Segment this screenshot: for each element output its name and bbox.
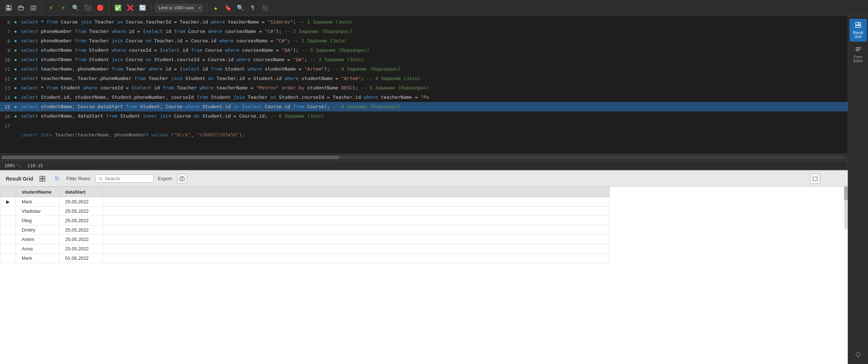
execute-icon[interactable]: ⚡ (46, 3, 56, 13)
form-editor-tab-label: Form Editor (853, 55, 863, 63)
code-lines: 6 ● select * from Course join Teacher on… (0, 16, 848, 141)
table-row: Artem 25.05.2022 (0, 235, 610, 244)
cell-dataStart: 25.05.2022 (59, 225, 103, 235)
line-number-8: 8 (0, 38, 13, 44)
svg-rect-15 (856, 26, 861, 27)
cell-empty (103, 235, 610, 244)
line-content-6: select * from Course join Teacher on Cou… (20, 17, 848, 27)
cancel-icon[interactable]: ❌ (125, 3, 135, 13)
row-indicator (0, 235, 16, 244)
search-input[interactable] (105, 176, 150, 181)
zoom-arrows[interactable]: ⌃⌄ (16, 163, 21, 168)
paragraph-icon[interactable]: ¶ (248, 3, 258, 13)
svg-rect-12 (813, 177, 817, 181)
line-content-trunc: insert into Teacher(teacherName, phoneNu… (20, 130, 848, 140)
svg-rect-14 (859, 22, 861, 25)
line-dot-9[interactable]: ● (13, 48, 18, 52)
v-scrollbar-thumb (844, 186, 848, 200)
table-header-row: studentName dataStart (0, 187, 610, 197)
svg-rect-8 (43, 179, 45, 181)
maximize-icon[interactable]: ⬛ (260, 3, 270, 13)
line-number-9: 9 (0, 48, 13, 53)
sep4 (207, 4, 207, 12)
star-icon[interactable]: ★ (211, 3, 221, 13)
svg-rect-11 (180, 177, 184, 181)
check-icon[interactable]: ✅ (113, 3, 123, 13)
line-content-11: select teacherName, phoneNumber from Tea… (20, 64, 848, 74)
cell-empty (103, 254, 610, 263)
code-line-8: 8 ● select phoneNumber from Teacher join… (0, 36, 848, 46)
line-dot-11[interactable]: ● (13, 67, 18, 71)
sep3 (151, 4, 152, 12)
line-number-10: 10 (0, 57, 13, 63)
line-content-14: select Student.id, studentName, Student.… (20, 93, 848, 102)
table-row: Anna 25.05.2022 (0, 244, 610, 254)
code-line-9: 9 ● select studentName from Student wher… (0, 46, 848, 55)
line-dot-14[interactable]: ● (13, 96, 18, 99)
code-line-15: 15 ● select studentName, Course.dataStar… (0, 102, 848, 111)
toolbar: ⚡ ⚡ 🔍 ⬛ 🔴 ✅ ❌ 🔄 Limit to 1000 rows ★ 🔖 🔍… (0, 0, 868, 16)
grid-view-button[interactable] (37, 174, 47, 184)
right-sidebar: Result Grid Form Editor ◇ (848, 16, 868, 364)
line-dot-8[interactable]: ● (13, 39, 18, 43)
vertical-scrollbar[interactable] (844, 186, 848, 229)
svg-rect-18 (856, 50, 859, 51)
code-line-17: 17 ● (0, 121, 848, 130)
line-dot-16[interactable]: ● (13, 114, 18, 118)
open-icon[interactable] (16, 3, 26, 13)
explain-icon[interactable]: 🔍 (71, 3, 81, 13)
line-dot-10[interactable]: ● (13, 58, 18, 62)
refresh-result-button[interactable]: ↻ (52, 174, 62, 184)
scrollbar-thumb (1, 156, 340, 159)
refresh-icon[interactable]: 🔄 (138, 3, 148, 13)
line-dot-15[interactable]: ● (13, 105, 18, 109)
svg-rect-17 (856, 49, 861, 50)
filter-rows-label: Filter Rows: (66, 176, 91, 181)
save-icon[interactable] (4, 3, 14, 13)
schema-icon[interactable]: 🔴 (95, 3, 105, 13)
line-content-9: select studentName from Student where co… (20, 46, 848, 55)
grid-table: studentName dataStart ▶ Mark 25.05.2022 … (0, 187, 610, 263)
sep2 (109, 4, 109, 12)
cell-studentName: Artem (16, 235, 59, 244)
line-content-8: select phoneNumber from Teacher join Cou… (20, 36, 848, 46)
form-editor-tab[interactable]: Form Editor (850, 43, 867, 66)
line-content-15: select studentName, Course.dataStart fro… (20, 102, 848, 111)
bookmark-icon[interactable]: 🔖 (223, 3, 233, 13)
limit-select[interactable]: Limit to 1000 rows (155, 4, 203, 12)
zoom-icon[interactable]: 🔍 (235, 3, 245, 13)
table-row: Oleg 25.05.2022 (0, 216, 610, 225)
stop-icon[interactable]: ⬛ (83, 3, 93, 13)
row-indicator (0, 207, 16, 216)
code-line-6: 6 ● select * from Course join Teacher on… (0, 17, 848, 27)
svg-rect-13 (856, 22, 858, 25)
cursor-position: 110:15 (27, 163, 43, 168)
line-dot-6[interactable]: ● (13, 20, 18, 24)
result-grid-title: Result Grid (6, 176, 33, 182)
svg-point-9 (99, 177, 102, 179)
line-number-14: 14 (0, 95, 13, 100)
cell-empty (103, 244, 610, 254)
code-line-10: 10 ● select studentName from Student joi… (0, 55, 848, 64)
code-line-11: 11 ● select teacherName, phoneNumber fro… (0, 64, 848, 74)
line-dot-12[interactable]: ● (13, 77, 18, 80)
navigator-tab[interactable]: ◇ (850, 347, 867, 361)
svg-rect-7 (40, 179, 42, 181)
result-toolbar: Result Grid ↻ Filter Rows: (0, 171, 848, 187)
execute-current-icon[interactable]: ⚡ (58, 3, 68, 13)
cell-dataStart: 25.05.2022 (59, 207, 103, 216)
code-line-13: 13 ● select * from Student where courseI… (0, 83, 848, 93)
cell-dataStart: 25.05.2022 (59, 197, 103, 207)
code-editor[interactable]: 6 ● select * from Course join Teacher on… (0, 16, 848, 153)
new-tab-icon[interactable] (28, 3, 38, 13)
line-dot-13[interactable]: ● (13, 86, 18, 90)
wrap-button[interactable] (810, 174, 820, 184)
export-button[interactable] (177, 174, 187, 184)
horizontal-scrollbar[interactable] (1, 156, 846, 159)
export-label: Export: (158, 176, 173, 181)
line-dot-7[interactable]: ● (13, 30, 18, 33)
result-grid-tab[interactable]: Result Grid (850, 19, 867, 42)
zoom-value: 100% (4, 163, 15, 168)
result-grid[interactable]: studentName dataStart ▶ Mark 25.05.2022 … (0, 187, 848, 364)
row-indicator: ▶ (0, 197, 16, 207)
